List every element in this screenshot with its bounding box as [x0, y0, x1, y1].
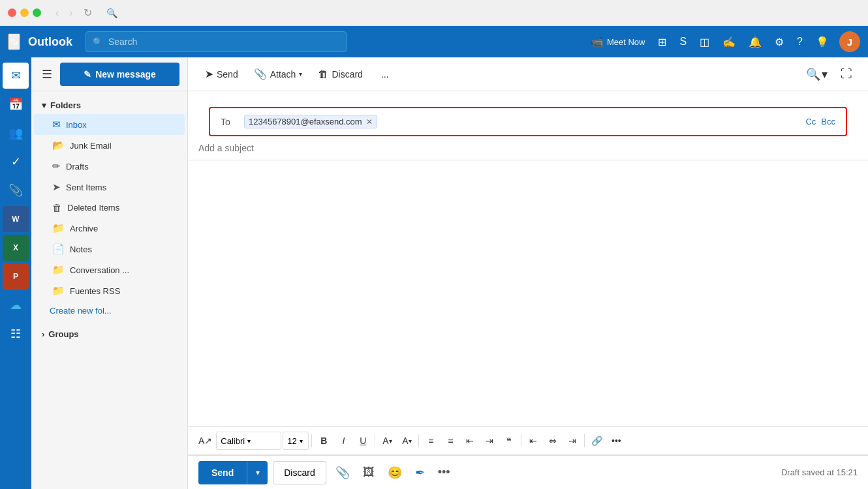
subject-field[interactable]	[188, 136, 868, 160]
meet-now-button[interactable]: 📹 Meet Now	[585, 32, 651, 52]
attach-toolbar-button[interactable]: 📎 Attach ▾	[247, 63, 309, 86]
popout-button[interactable]: ⛶	[835, 65, 858, 83]
create-new-folder-link[interactable]: Create new fol...	[31, 301, 187, 320]
back-button[interactable]: ‹	[52, 5, 63, 20]
people-nav-button[interactable]: 👥	[3, 120, 29, 146]
search-icon: 🔍	[93, 37, 103, 47]
sidebar-item-conversation[interactable]: 📁 Conversation ...	[34, 259, 185, 280]
maximize-window-btn[interactable]	[33, 8, 41, 17]
hamburger-menu-button[interactable]: ☰	[39, 65, 55, 84]
font-color-button[interactable]: A▾	[397, 430, 416, 451]
new-message-button[interactable]: ✎ New message	[60, 63, 179, 86]
skype-button[interactable]: S	[674, 32, 692, 52]
skype-icon: S	[679, 36, 687, 48]
word-nav-button[interactable]: W	[3, 206, 29, 232]
mail-nav-button[interactable]: ✉	[3, 63, 29, 89]
indent-decrease-button[interactable]: ⇤	[461, 430, 479, 451]
more-apps-nav-button[interactable]: ☷	[3, 321, 29, 347]
italic-button[interactable]: I	[334, 430, 352, 451]
discard-toolbar-button[interactable]: 🗑 Discard	[311, 63, 369, 86]
onedrive-nav-button[interactable]: ☁	[3, 292, 29, 318]
folder-toolbar: ☰ ✎ New message	[31, 57, 187, 91]
conversation-icon: 📁	[52, 264, 65, 276]
refresh-button[interactable]: ↻	[80, 5, 96, 20]
highlight-button[interactable]: A▾	[378, 430, 396, 451]
close-window-btn[interactable]	[8, 8, 16, 17]
align-center-button[interactable]: ⇔	[544, 430, 562, 451]
send-button[interactable]: Send	[198, 461, 247, 484]
app-brand: Outlook	[28, 35, 72, 49]
sidebar-item-archive[interactable]: 📁 Archive	[34, 218, 185, 239]
insert-emoji-button[interactable]: 😊	[384, 463, 406, 482]
send-toolbar-button[interactable]: ➤ Send	[198, 63, 245, 86]
more-send-options-button[interactable]: •••	[434, 463, 454, 482]
image-icon: 🖼	[363, 466, 375, 479]
waffle-menu-button[interactable]: ∿	[8, 33, 20, 50]
sidebar-item-deleted[interactable]: 🗑 Deleted Items	[34, 198, 185, 218]
settings-button[interactable]: ⚙	[769, 32, 789, 52]
forward-button[interactable]: ›	[65, 5, 76, 20]
subject-input[interactable]	[198, 143, 858, 153]
lightbulb-button[interactable]: 💡	[811, 32, 834, 52]
sidebar-item-junk[interactable]: 📂 Junk Email	[34, 135, 185, 156]
cc-button[interactable]: Cc	[805, 117, 816, 126]
attachments-nav-button[interactable]: 📎	[3, 177, 29, 203]
attach-file-button[interactable]: 📎	[332, 463, 354, 482]
sidebar-item-sent[interactable]: ➤ Sent Items	[34, 177, 185, 198]
search-box[interactable]: 🔍	[85, 31, 347, 52]
bold-button[interactable]: B	[315, 430, 333, 451]
help-button[interactable]: ?	[792, 32, 808, 52]
format-clear-button[interactable]: A↗	[196, 430, 215, 451]
quote-button[interactable]: ❝	[500, 430, 518, 451]
sidebar-item-notes[interactable]: 📄 Notes	[34, 239, 185, 259]
send-dropdown-button[interactable]: ▾	[247, 461, 268, 484]
teams-button[interactable]: ✍	[717, 32, 741, 52]
zoom-button[interactable]: 🔍 ▾	[801, 65, 833, 84]
main-layout: ✉ 📅 👥 ✓ 📎 W X P ☁ ☷ ☰ ✎ New message ▾ Fo…	[0, 57, 868, 489]
sidebar-item-inbox[interactable]: ✉ Inbox	[34, 114, 185, 135]
link-button[interactable]: 🔗	[587, 430, 606, 451]
titlebar-search-icon: 🔍	[106, 8, 117, 18]
search-input[interactable]	[108, 37, 339, 47]
discard-button[interactable]: Discard	[273, 461, 326, 484]
send-bar: Send ▾ Discard 📎 🖼 😊 ✒ •••	[188, 455, 868, 489]
more-format-button[interactable]: •••	[607, 430, 625, 451]
to-chip[interactable]: 12345678901@efaxsend.com ✕	[244, 115, 377, 128]
navbar-actions: 📹 Meet Now ⊞ S ◫ ✍ 🔔 ⚙ ? 💡 J	[585, 31, 860, 52]
zoom-icon: 🔍	[806, 67, 820, 82]
font-selector[interactable]: Calibri ▾	[216, 432, 281, 450]
bell-button[interactable]: 🔔	[743, 32, 767, 52]
numbering-button[interactable]: ≡	[441, 430, 459, 451]
draft-saved-status: Draft saved at 15:21	[781, 467, 858, 477]
titlebar: ‹ › ↻ 🔍	[0, 0, 868, 26]
tasks-nav-button[interactable]: ✓	[3, 149, 29, 175]
align-left-button[interactable]: ⇤	[524, 430, 542, 451]
apps-button[interactable]: ⊞	[653, 32, 672, 52]
insert-image-button[interactable]: 🖼	[359, 463, 379, 482]
align-right-button[interactable]: ⇥	[563, 430, 581, 451]
more-toolbar-button[interactable]: ...	[375, 63, 395, 86]
calendar-nav-button[interactable]: 📅	[3, 91, 29, 117]
bcc-button[interactable]: Bcc	[821, 117, 835, 126]
user-avatar[interactable]: J	[839, 31, 860, 52]
folders-header[interactable]: ▾ Folders	[31, 96, 187, 114]
sharepoint-button[interactable]: ◫	[694, 32, 715, 52]
font-size-selector[interactable]: 12 ▾	[283, 432, 309, 450]
attach-chevron-icon: ▾	[299, 70, 302, 78]
sidebar-item-rss[interactable]: 📁 Fuentes RSS	[34, 280, 185, 301]
to-field[interactable]: To 12345678901@efaxsend.com ✕ Cc Bcc	[209, 107, 847, 136]
signature-button[interactable]: ✒	[411, 463, 429, 482]
sidebar-item-drafts[interactable]: ✏ Drafts	[34, 156, 185, 177]
remove-recipient-button[interactable]: ✕	[366, 117, 373, 126]
groups-header[interactable]: › Groups	[31, 325, 187, 343]
bullets-button[interactable]: ≡	[422, 430, 440, 451]
message-body[interactable]	[188, 160, 868, 426]
rss-icon: 📁	[52, 285, 65, 297]
indent-increase-button[interactable]: ⇥	[480, 430, 499, 451]
separator-5	[584, 434, 585, 447]
minimize-window-btn[interactable]	[20, 8, 29, 17]
excel-nav-button[interactable]: X	[3, 235, 29, 261]
underline-button[interactable]: U	[354, 430, 372, 451]
zoom-chevron-icon: ▾	[822, 67, 828, 82]
powerpoint-nav-button[interactable]: P	[3, 263, 29, 289]
